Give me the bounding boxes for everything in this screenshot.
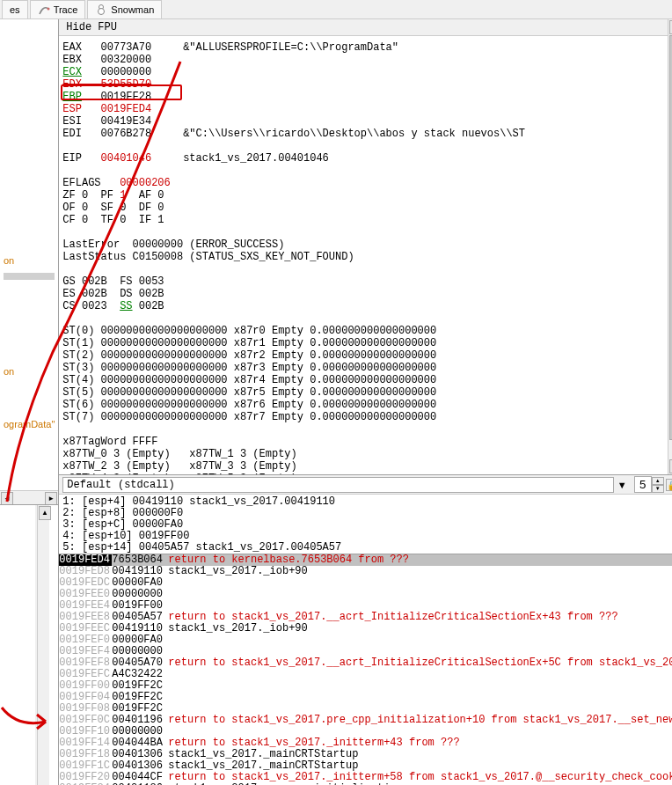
stack-dump[interactable]: 0019FED47653B064return to kernelbase.765… <box>59 554 672 785</box>
reg-scroll-up[interactable]: ▲ <box>669 20 672 34</box>
registers-scrollbar[interactable]: ▲ ▼ <box>668 19 672 474</box>
reg-scroll-down[interactable]: ▼ <box>669 459 672 473</box>
tab-trace-label: Trace <box>54 4 78 15</box>
snowman-icon <box>95 4 107 16</box>
left-scrollbar[interactable]: ◄ ► <box>0 490 58 504</box>
trace-icon <box>38 4 50 16</box>
tab-trace[interactable]: Trace <box>30 0 86 18</box>
tab-es[interactable]: es <box>2 0 28 18</box>
left-text-2: on <box>4 363 55 380</box>
left-panel: on on ogramData" ◄ ► ▲ <box>0 19 59 785</box>
spinner-up[interactable]: ▲ <box>652 477 664 485</box>
hide-fpu-button[interactable]: Hide FPU <box>59 19 672 36</box>
lock-button[interactable]: 🔒 <box>666 479 672 491</box>
separator <box>4 273 55 280</box>
arg-count-input[interactable] <box>634 476 652 493</box>
registers-content[interactable]: EAX 00773A70 &"ALLUSERSPROFILE=C:\\Progr… <box>59 36 672 475</box>
svg-point-2 <box>99 9 105 15</box>
scroll-up[interactable]: ▲ <box>39 506 51 520</box>
svg-point-0 <box>47 8 49 11</box>
spinner-down[interactable]: ▼ <box>652 485 664 493</box>
tab-bar: es Trace Snowman <box>0 0 672 19</box>
stack-args-list[interactable]: 1: [esp+4] 00419110 stack1_vs_2017.00419… <box>59 495 672 555</box>
left-bottom-scroll[interactable]: ▲ <box>37 505 49 785</box>
tab-es-label: es <box>10 4 20 15</box>
left-text-1: on <box>4 252 55 269</box>
scroll-left[interactable]: ◄ <box>1 492 13 505</box>
tab-snowman[interactable]: Snowman <box>87 0 162 18</box>
calling-convention-select[interactable]: Default (stdcall) <box>62 477 613 493</box>
reg-scroll-thumb[interactable] <box>669 35 672 440</box>
ebp-highlight-box <box>61 84 182 100</box>
arg-count-spinner[interactable]: ▲ ▼ <box>634 476 664 493</box>
left-text-3: ogramData" <box>4 415 55 433</box>
scroll-right[interactable]: ► <box>45 492 57 505</box>
tab-snowman-label: Snowman <box>111 4 154 15</box>
